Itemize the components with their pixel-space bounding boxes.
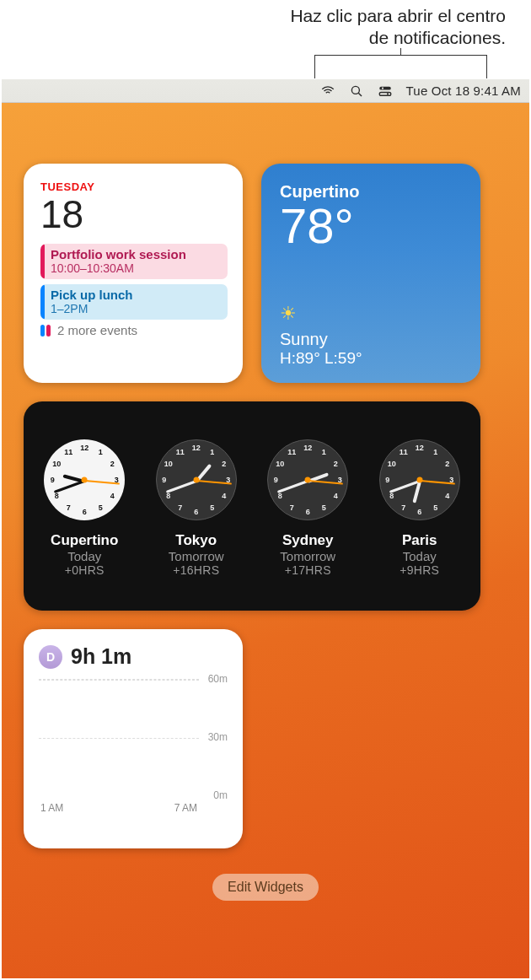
wifi-icon[interactable] xyxy=(320,83,335,99)
calendar-event[interactable]: Pick up lunch1–2PM xyxy=(40,284,228,320)
spotlight-search-icon[interactable] xyxy=(349,83,364,99)
clock-day: Tomorrow xyxy=(169,549,224,563)
screentime-ylabel: 0m xyxy=(213,789,228,801)
svg-point-0 xyxy=(351,86,359,94)
annotation-line2: de notificaciones. xyxy=(369,28,506,47)
svg-point-3 xyxy=(381,87,383,89)
screentime-ylabel: 60m xyxy=(208,673,228,685)
screentime-xaxis-right: 7 AM xyxy=(174,802,197,814)
calendar-event-time: 10:00–10:30AM xyxy=(49,261,221,275)
weather-widget[interactable]: Cupertino 78° ☀︎ Sunny H:89° L:59° xyxy=(261,164,480,383)
screentime-avatar: D xyxy=(39,645,62,669)
annotation-callout: Haz clic para abrir el centro de notific… xyxy=(0,5,506,50)
clock-city: Paris xyxy=(402,532,437,549)
screentime-chart: 0m30m60m 1 AM 7 AM xyxy=(39,679,228,814)
clock-offset: +16HRS xyxy=(173,563,219,577)
weather-hilo: H:89° L:59° xyxy=(280,349,462,368)
edit-widgets-button[interactable]: Edit Widgets xyxy=(212,874,319,901)
menubar-datetime[interactable]: Tue Oct 18 9:41 AM xyxy=(406,83,521,98)
sun-icon: ☀︎ xyxy=(280,303,462,325)
svg-rect-1 xyxy=(379,86,391,89)
clock-face: 123456789101112 xyxy=(379,439,460,520)
svg-point-4 xyxy=(386,93,388,94)
clock-offset: +0HRS xyxy=(65,563,105,577)
world-clock-cell: 123456789101112CupertinoToday+0HRS xyxy=(30,439,138,577)
calendar-events: Portfolio work session10:00–10:30AMPick … xyxy=(40,244,228,320)
calendar-event[interactable]: Portfolio work session10:00–10:30AM xyxy=(40,244,228,279)
clock-offset: +9HRS xyxy=(400,563,439,577)
svg-rect-2 xyxy=(379,92,391,95)
clock-face: 123456789101112 xyxy=(267,439,348,520)
world-clock-widget[interactable]: 123456789101112CupertinoToday+0HRS123456… xyxy=(24,401,480,611)
calendar-event-time: 1–2PM xyxy=(49,302,221,315)
clock-city: Sydney xyxy=(282,532,333,549)
calendar-more-dots xyxy=(40,325,51,337)
calendar-more-events[interactable]: 2 more events xyxy=(40,323,228,337)
clock-face: 123456789101112 xyxy=(44,439,125,520)
clock-day: Today xyxy=(67,549,101,563)
world-clock-cell: 123456789101112ParisToday+9HRS xyxy=(366,439,474,577)
clock-offset: +17HRS xyxy=(285,563,331,577)
clock-city: Tokyo xyxy=(175,532,217,549)
world-clock-cell: 123456789101112TokyoTomorrow+16HRS xyxy=(142,439,250,577)
calendar-dayname: TUESDAY xyxy=(40,180,228,193)
screentime-xaxis-left: 1 AM xyxy=(40,802,63,814)
calendar-event-title: Pick up lunch xyxy=(49,288,221,302)
annotation-bracket xyxy=(314,55,487,78)
weather-condition: Sunny xyxy=(280,330,462,349)
clock-day: Tomorrow xyxy=(280,549,335,563)
clock-day: Today xyxy=(403,549,437,563)
screentime-ylabel: 30m xyxy=(208,731,228,743)
screentime-widget[interactable]: D 9h 1m 0m30m60m 1 AM 7 AM xyxy=(24,629,243,848)
clock-city: Cupertino xyxy=(51,532,118,549)
calendar-widget[interactable]: TUESDAY 18 Portfolio work session10:00–1… xyxy=(24,164,243,383)
calendar-more-label: 2 more events xyxy=(57,323,137,337)
world-clock-cell: 123456789101112SydneyTomorrow+17HRS xyxy=(254,439,362,577)
annotation-line1: Haz clic para abrir el centro xyxy=(290,6,506,25)
control-center-icon[interactable] xyxy=(378,83,393,99)
clock-face: 123456789101112 xyxy=(156,439,237,520)
calendar-daynum: 18 xyxy=(40,195,228,234)
weather-temperature: 78° xyxy=(280,202,462,250)
screentime-total: 9h 1m xyxy=(71,644,131,669)
notification-center: TUESDAY 18 Portfolio work session10:00–1… xyxy=(2,103,529,978)
menubar: Tue Oct 18 9:41 AM xyxy=(2,79,529,103)
calendar-event-title: Portfolio work session xyxy=(49,247,221,261)
